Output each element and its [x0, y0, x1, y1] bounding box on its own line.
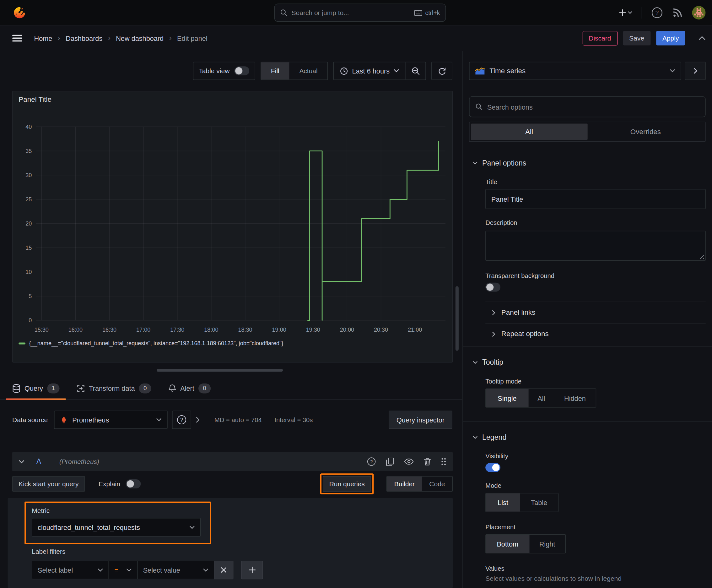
help-button[interactable]: ?: [651, 6, 663, 19]
breadcrumb-dashboards[interactable]: Dashboards: [66, 34, 102, 42]
trash-icon[interactable]: [424, 458, 431, 466]
plus-icon: [249, 567, 256, 573]
help-icon[interactable]: ?: [367, 457, 376, 466]
new-menu-button[interactable]: [619, 9, 632, 16]
legend-values-label: Values: [486, 565, 706, 572]
operator-dropdown[interactable]: =: [109, 561, 138, 579]
datasource-picker[interactable]: Prometheus: [54, 411, 168, 429]
fill-option[interactable]: Fill: [261, 62, 289, 80]
panel-options-heading[interactable]: Panel options: [473, 159, 706, 167]
legend-title: Legend: [482, 434, 506, 442]
query-ref-id: A: [37, 458, 41, 466]
apply-button[interactable]: Apply: [656, 31, 685, 45]
time-range-picker[interactable]: Last 6 hours: [334, 67, 406, 75]
kick-start-query-button[interactable]: Kick start your query: [12, 476, 85, 491]
chevron-down-icon: [203, 568, 209, 572]
nav-divider: [691, 33, 691, 44]
zoom-out-button[interactable]: [406, 62, 426, 80]
tab-transform-data[interactable]: Transform data 0: [70, 377, 157, 400]
select-value-dropdown[interactable]: Select value: [137, 561, 214, 579]
legend-heading[interactable]: Legend: [473, 434, 706, 442]
viz-suggestions-button[interactable]: [685, 62, 706, 80]
discard-button[interactable]: Discard: [582, 31, 618, 45]
operator-value: =: [114, 566, 118, 574]
select-value-placeholder: Select value: [143, 566, 180, 574]
table-view-toggle[interactable]: [234, 66, 249, 76]
duplicate-icon[interactable]: [386, 457, 394, 466]
svg-text:20:00: 20:00: [340, 327, 354, 333]
tooltip-mode-single[interactable]: Single: [486, 389, 528, 407]
refresh-icon: [438, 67, 446, 75]
repeat-options-section[interactable]: Repeat options: [486, 323, 706, 344]
global-search-input[interactable]: [292, 9, 410, 16]
svg-text:18:00: 18:00: [204, 327, 218, 333]
run-queries-highlight: Run queries: [320, 474, 374, 495]
breadcrumb-home[interactable]: Home: [34, 34, 52, 42]
chevron-right-icon: [693, 68, 697, 74]
tab-overrides[interactable]: Overrides: [587, 123, 704, 140]
options-search-input[interactable]: [487, 103, 699, 111]
transparent-background-toggle[interactable]: [486, 283, 500, 292]
explain-toggle[interactable]: [126, 479, 141, 488]
tooltip-mode-all[interactable]: All: [528, 389, 554, 407]
metric-highlight: Metric cloudflared_tunnel_total_requests: [24, 502, 211, 544]
help-icon: ?: [177, 415, 187, 425]
time-series-chart[interactable]: 051015202530354015:3016:0016:3017:0017:3…: [19, 110, 447, 337]
options-search-box[interactable]: [469, 97, 706, 118]
code-option[interactable]: Code: [422, 477, 452, 491]
avatar[interactable]: [692, 6, 706, 19]
query-inspector-button[interactable]: Query inspector: [389, 411, 452, 429]
datasource-label: Data source: [12, 416, 48, 423]
drag-handle-icon[interactable]: [441, 458, 446, 466]
panel-title-input[interactable]: [486, 189, 706, 209]
tab-query[interactable]: Query 1: [6, 377, 66, 400]
add-filter-button[interactable]: [241, 561, 263, 579]
remove-filter-button[interactable]: [214, 561, 233, 579]
search-icon: [280, 9, 287, 16]
query-row-header[interactable]: A (Prometheus) ?: [12, 452, 453, 471]
tab-all-options[interactable]: All: [471, 123, 587, 140]
builder-option[interactable]: Builder: [387, 477, 422, 491]
section-divider: [463, 421, 712, 422]
chart-panel[interactable]: Panel Title 051015202530354015:3016:0016…: [12, 91, 453, 362]
legend-placement-bottom[interactable]: Bottom: [486, 534, 529, 553]
chevron-right-icon[interactable]: [196, 417, 200, 423]
legend-placement-right[interactable]: Right: [529, 534, 565, 553]
news-rss-button[interactable]: [672, 7, 683, 18]
chevron-down-icon[interactable]: [19, 460, 24, 464]
legend-mode-list[interactable]: List: [486, 493, 520, 512]
tooltip-mode-hidden[interactable]: Hidden: [554, 389, 596, 407]
visualization-picker[interactable]: Time series: [469, 62, 681, 80]
breadcrumb-new-dashboard[interactable]: New dashboard: [116, 34, 164, 42]
series-color-marker[interactable]: [19, 343, 25, 344]
metric-select[interactable]: cloudflared_tunnel_total_requests: [32, 518, 201, 537]
resize-handle[interactable]: [699, 254, 704, 259]
svg-text:15:30: 15:30: [35, 327, 49, 333]
search-shortcut: ctrl+k: [414, 9, 440, 16]
save-button[interactable]: Save: [623, 31, 650, 45]
description-label: Description: [486, 219, 706, 226]
max-data-points: MD = auto = 704: [214, 416, 262, 423]
panel-links-section[interactable]: Panel links: [486, 301, 706, 323]
menu-toggle-button[interactable]: [12, 35, 22, 42]
chevron-down-icon: [473, 361, 478, 364]
run-queries-button[interactable]: Run queries: [323, 476, 371, 491]
legend-visibility-toggle[interactable]: [486, 463, 500, 472]
tab-alert[interactable]: Alert 0: [162, 377, 217, 400]
grafana-logo-icon[interactable]: [12, 5, 27, 20]
datasource-help-button[interactable]: ?: [172, 411, 191, 429]
select-label-dropdown[interactable]: Select label: [32, 561, 109, 579]
series-legend-label[interactable]: {__name__="cloudflared_tunnel_total_requ…: [29, 340, 283, 346]
actual-option[interactable]: Actual: [289, 62, 328, 80]
svg-text:15: 15: [25, 245, 32, 251]
collapse-options-button[interactable]: [698, 36, 706, 40]
tooltip-heading[interactable]: Tooltip: [473, 358, 706, 366]
query-editor-card: Metric cloudflared_tunnel_total_requests…: [8, 498, 453, 588]
eye-icon[interactable]: [404, 458, 413, 465]
vertical-scrollbar[interactable]: [455, 286, 459, 351]
legend-mode-table[interactable]: Table: [520, 493, 558, 512]
refresh-button[interactable]: [431, 62, 452, 80]
horizontal-scrollbar[interactable]: [157, 369, 283, 372]
description-textarea[interactable]: [486, 231, 706, 261]
global-search-box[interactable]: ctrl+k: [274, 4, 446, 22]
